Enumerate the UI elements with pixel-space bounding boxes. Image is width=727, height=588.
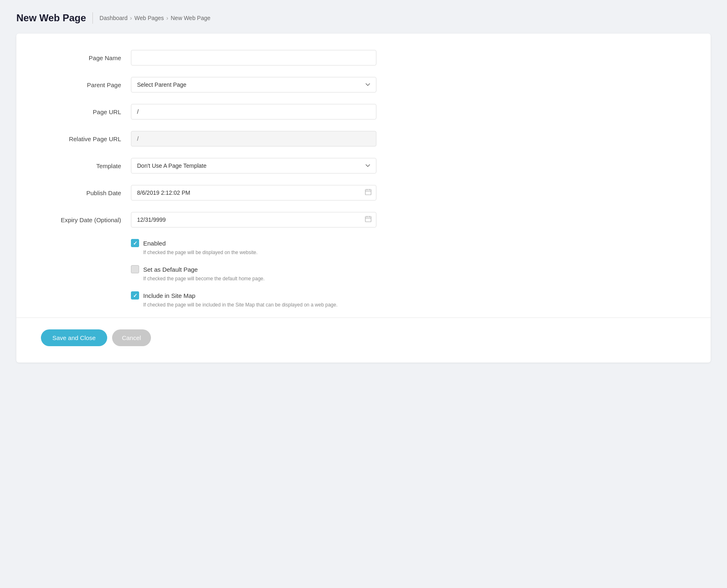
publish-date-calendar-icon[interactable]: [365, 189, 371, 197]
publish-date-input[interactable]: [131, 185, 376, 201]
page-name-row: Page Name: [41, 50, 686, 65]
parent-page-control: Select Parent Page: [131, 77, 376, 92]
enabled-section: Enabled If checked the page will be disp…: [131, 239, 686, 255]
relative-page-url-input: [131, 131, 376, 146]
parent-page-label: Parent Page: [41, 81, 131, 88]
template-select[interactable]: Don't Use A Page Template: [131, 158, 376, 173]
breadcrumb-dashboard: Dashboard: [99, 15, 128, 21]
enabled-label: Enabled: [143, 240, 166, 247]
expiry-date-input[interactable]: [131, 212, 376, 228]
page-name-label: Page Name: [41, 54, 131, 61]
svg-rect-4: [365, 216, 371, 222]
enabled-description: If checked the page will be displayed on…: [143, 250, 686, 255]
expiry-date-calendar-icon[interactable]: [365, 216, 371, 224]
enabled-row: Enabled: [131, 239, 686, 247]
site-map-checkbox[interactable]: [131, 291, 139, 300]
publish-date-wrapper: [131, 185, 376, 201]
parent-page-row: Parent Page Select Parent Page: [41, 77, 686, 92]
template-row: Template Don't Use A Page Template: [41, 158, 686, 173]
page-url-input[interactable]: [131, 104, 376, 119]
page-url-control: [131, 104, 376, 119]
expiry-date-control: [131, 212, 376, 228]
relative-page-url-control: [131, 131, 376, 146]
default-page-row: Set as Default Page: [131, 265, 686, 273]
page-url-label: Page URL: [41, 108, 131, 115]
enabled-checkbox[interactable]: [131, 239, 139, 247]
page-name-input[interactable]: [131, 50, 376, 65]
page-title: New Web Page: [16, 12, 86, 24]
save-button[interactable]: Save and Close: [41, 329, 107, 346]
form-footer: Save and Close Cancel: [16, 318, 711, 346]
site-map-description: If checked the page will be included in …: [143, 302, 686, 308]
form-container: Page Name Parent Page Select Parent Page…: [16, 34, 711, 363]
publish-date-row: Publish Date: [41, 185, 686, 201]
publish-date-control: [131, 185, 376, 201]
svg-rect-0: [365, 189, 371, 195]
relative-page-url-row: Relative Page URL: [41, 131, 686, 146]
expiry-date-wrapper: [131, 212, 376, 228]
expiry-date-row: Expiry Date (Optional): [41, 212, 686, 228]
default-page-checkbox[interactable]: [131, 265, 139, 273]
breadcrumb-new-web-page: New Web Page: [171, 15, 210, 21]
page-url-row: Page URL: [41, 104, 686, 119]
site-map-row: Include in Site Map: [131, 291, 686, 300]
site-map-section: Include in Site Map If checked the page …: [131, 291, 686, 308]
publish-date-label: Publish Date: [41, 189, 131, 196]
relative-page-url-label: Relative Page URL: [41, 135, 131, 142]
expiry-date-label: Expiry Date (Optional): [41, 216, 131, 223]
page-header: New Web Page Dashboard › Web Pages › New…: [16, 12, 711, 24]
default-page-label: Set as Default Page: [143, 266, 198, 273]
cancel-button[interactable]: Cancel: [112, 329, 151, 346]
breadcrumb: Dashboard › Web Pages › New Web Page: [99, 15, 210, 21]
site-map-label: Include in Site Map: [143, 292, 196, 299]
breadcrumb-sep-2: ›: [167, 15, 169, 21]
breadcrumb-web-pages: Web Pages: [134, 15, 164, 21]
template-control: Don't Use A Page Template: [131, 158, 376, 173]
default-page-description: If checked the page will become the defa…: [143, 276, 686, 282]
parent-page-select[interactable]: Select Parent Page: [131, 77, 376, 92]
page-name-control: [131, 50, 376, 65]
default-page-section: Set as Default Page If checked the page …: [131, 265, 686, 282]
template-label: Template: [41, 162, 131, 169]
breadcrumb-sep-1: ›: [130, 15, 132, 21]
header-divider: [92, 12, 93, 24]
